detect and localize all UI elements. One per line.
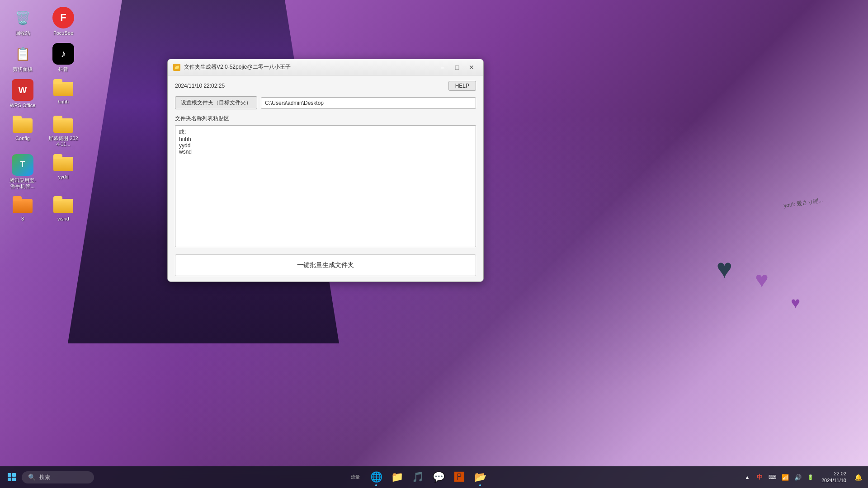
folder-explorer-icon: 📁 <box>391 471 403 483</box>
screenshot-folder-img <box>53 116 73 134</box>
ime-icon[interactable]: 中 <box>755 472 765 483</box>
folder-taskbar-icon[interactable]: 📂 <box>470 467 490 487</box>
clipboard-label: 剪切面板 <box>13 66 33 72</box>
tiktok-taskbar-icon[interactable]: 🎵 <box>408 467 428 487</box>
desktop: you!: 愛さり副... ♥ ♥ ♥ 🗑️ 回收站 F FocuSee 📋 剪… <box>0 0 868 488</box>
window-title: 文件夹生成器V2.0-52pojie@二零一八小王子 <box>184 63 291 71</box>
chevron-up-icon[interactable]: ▲ <box>742 472 753 483</box>
help-button[interactable]: HELP <box>448 81 476 91</box>
hnhh-label: hnhh <box>58 99 69 105</box>
windows-logo-icon <box>8 473 16 481</box>
icon-row-6: 3 wsnd <box>5 194 81 224</box>
edge-icon: 🌐 <box>370 471 382 483</box>
config-label: Config <box>15 136 30 141</box>
recycle-bin-img: 🗑️ <box>12 7 33 28</box>
yydd-folder-img <box>53 154 73 172</box>
wsnd-folder-icon[interactable]: wsnd <box>45 194 81 224</box>
wsnd-folder-img <box>53 196 73 214</box>
wechat-taskbar-icon[interactable]: 💬 <box>429 467 448 487</box>
dark-heart-icon: ♥ <box>716 253 732 284</box>
edge-browser-icon[interactable]: 🌐 <box>366 467 386 487</box>
ppt-taskbar-icon[interactable]: 🅿 <box>449 467 469 487</box>
titlebar-left: 📁 文件夹生成器V2.0-52pojie@二零一八小王子 <box>173 63 291 71</box>
clipboard-img: 📋 <box>12 43 33 65</box>
battery-icon[interactable]: 🔋 <box>805 472 816 483</box>
search-text: 搜索 <box>39 474 50 481</box>
tencent-label: 腾讯应用宝- 游手机管... <box>7 178 38 189</box>
config-folder-icon[interactable]: Config <box>5 113 41 150</box>
folder-3-icon[interactable]: 3 <box>5 194 41 224</box>
yydd-folder-icon[interactable]: yydd <box>45 152 81 192</box>
taskbar-search[interactable]: 🔍 搜索 <box>22 471 94 483</box>
network-icon[interactable]: 📶 <box>780 472 791 483</box>
generate-button[interactable]: 一键批量生成文件夹 <box>175 254 476 276</box>
focussee-img: F <box>52 7 74 28</box>
clock-time: 22:02 <box>821 470 846 477</box>
tray-icons: ▲ 中 ⌨ 📶 🔊 🔋 <box>742 472 816 483</box>
wps-label: WPS Office <box>10 103 36 108</box>
keyboard-icon[interactable]: ⌨ <box>767 472 778 483</box>
taskbar-right: ▲ 中 ⌨ 📶 🔊 🔋 22:02 2024/11/10 🔔 <box>742 469 864 485</box>
icon-row-4: Config 屏幕截图 2024-11... <box>5 113 81 150</box>
icon-row-5: T 腾讯应用宝- 游手机管... yydd <box>5 152 81 192</box>
hnhh-folder-img <box>53 79 73 97</box>
icon-row-2: 📋 剪切面板 ♪ 抖音 <box>5 41 81 75</box>
taskbar-clock[interactable]: 22:02 2024/11/10 <box>819 470 849 484</box>
screenshot-folder-icon[interactable]: 屏幕截图 2024-11... <box>45 113 81 150</box>
focussee-icon[interactable]: F FocuSee <box>45 5 81 38</box>
icon-row-1: 🗑️ 回收站 F FocuSee <box>5 5 81 38</box>
screenshot-label: 屏幕截图 2024-11... <box>47 136 79 147</box>
wps-img: W <box>12 79 33 101</box>
taskbar: 🔍 搜索 流量 🌐 📁 🎵 💬 🅿 <box>0 466 868 488</box>
minimize-button[interactable]: – <box>436 62 449 72</box>
icon-row-3: W WPS Office hnhh <box>5 77 81 111</box>
desktop-icons-area: 🗑️ 回收站 F FocuSee 📋 剪切面板 ♪ 抖音 <box>5 5 81 225</box>
close-button[interactable]: ✕ <box>465 62 478 72</box>
tiktok-img: ♪ <box>52 43 74 65</box>
tiktok-label: 抖音 <box>58 66 68 72</box>
clock-date: 2024/11/10 <box>821 477 846 484</box>
window-app-icon: 📁 <box>173 64 180 71</box>
titlebar-controls: – □ ✕ <box>436 62 478 72</box>
tencent-img: T <box>12 154 33 176</box>
purple-heart-1-icon: ♥ <box>755 267 769 293</box>
app-window: 📁 文件夹生成器V2.0-52pojie@二零一八小王子 – □ ✕ 2024/… <box>167 59 484 282</box>
folder-3-label: 3 <box>21 216 24 222</box>
start-button[interactable] <box>4 469 20 485</box>
yydd-label: yydd <box>58 174 68 180</box>
flow-app-icon[interactable]: 流量 <box>345 467 365 487</box>
search-icon: 🔍 <box>28 474 36 481</box>
path-input[interactable] <box>261 97 476 109</box>
file-explorer-icon[interactable]: 📁 <box>387 467 407 487</box>
folder-names-textarea[interactable]: 或: hnhh yydd wsnd <box>175 125 476 247</box>
notification-icon: 🔔 <box>854 474 862 481</box>
clipboard-icon[interactable]: 📋 剪切面板 <box>5 41 41 75</box>
wps-icon[interactable]: W WPS Office <box>5 77 41 111</box>
tencent-icon[interactable]: T 腾讯应用宝- 游手机管... <box>5 152 41 192</box>
folder-names-label: 文件夹名称列表粘贴区 <box>175 115 476 122</box>
wsnd-label: wsnd <box>57 216 69 222</box>
tiktok-taskbar-glyph: 🎵 <box>412 471 424 483</box>
path-row: 设置根文件夹（目标文件夹） <box>175 96 476 109</box>
volume-icon[interactable]: 🔊 <box>793 472 803 483</box>
hnhh-folder-icon[interactable]: hnhh <box>45 77 81 111</box>
recycle-bin-label: 回收站 <box>15 30 30 36</box>
config-folder-img <box>13 116 33 134</box>
notification-button[interactable]: 🔔 <box>852 469 864 485</box>
datetime-display: 2024/11/10 22:02:25 <box>175 83 225 89</box>
ppt-glyph-icon: 🅿 <box>454 471 464 483</box>
folder-3-img <box>13 196 33 214</box>
purple-heart-2-icon: ♥ <box>791 294 800 312</box>
window-body: 2024/11/10 22:02:25 HELP 设置根文件夹（目标文件夹） 文… <box>168 75 483 282</box>
taskbar-center-apps: 流量 🌐 📁 🎵 💬 🅿 📂 <box>96 467 740 487</box>
window-toolbar: 2024/11/10 22:02:25 HELP <box>175 81 476 91</box>
wechat-glyph-icon: 💬 <box>433 471 445 483</box>
window-titlebar: 📁 文件夹生成器V2.0-52pojie@二零一八小王子 – □ ✕ <box>168 59 483 75</box>
folder-taskbar-glyph: 📂 <box>474 471 486 483</box>
maximize-button[interactable]: □ <box>451 62 463 72</box>
set-root-button[interactable]: 设置根文件夹（目标文件夹） <box>175 96 257 109</box>
focussee-label: FocuSee <box>53 30 73 36</box>
recycle-bin-icon[interactable]: 🗑️ 回收站 <box>5 5 41 38</box>
tiktok-icon[interactable]: ♪ 抖音 <box>45 41 81 75</box>
